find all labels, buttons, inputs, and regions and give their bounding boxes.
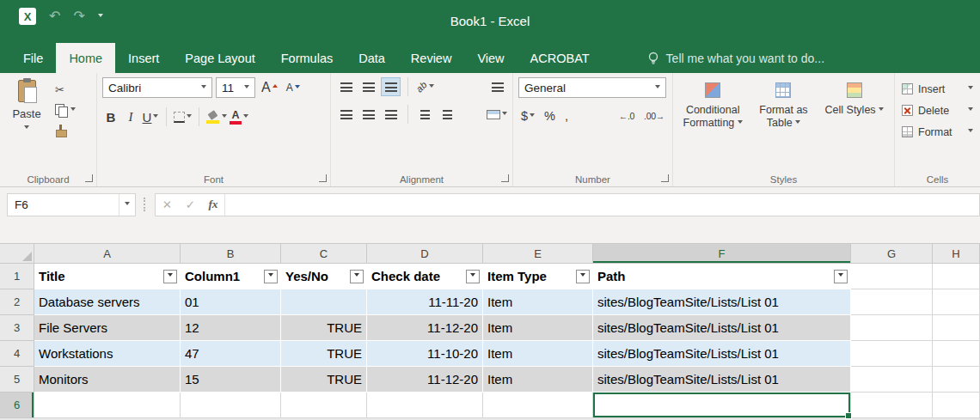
accounting-format-button[interactable]: $ [518,107,537,125]
cell-E5[interactable]: Item [483,367,593,393]
decrease-indent-button[interactable] [415,105,435,124]
column-header-C[interactable]: C [281,243,367,264]
cell-F1[interactable]: Path [593,264,851,289]
tab-home[interactable]: Home [56,43,115,73]
cell-A5[interactable]: Monitors [34,367,181,393]
row-header-6[interactable]: 6 [0,393,34,418]
cell-D1[interactable]: Check date [367,264,483,289]
tab-page-layout[interactable]: Page Layout [172,43,267,73]
borders-button[interactable] [174,107,192,127]
align-right-button[interactable] [381,105,401,124]
cell-C5[interactable]: TRUE [281,367,367,393]
tab-data[interactable]: Data [346,43,398,73]
cell-E3[interactable]: Item [483,315,593,341]
tab-formulas[interactable]: Formulas [268,43,346,73]
tab-insert[interactable]: Insert [115,43,172,73]
cell-H1[interactable] [933,264,980,289]
increase-decimal-button[interactable]: ←.0 [616,107,637,125]
cell-styles-button[interactable]: Cell Styles [820,82,889,130]
underline-button[interactable]: U [142,107,159,127]
cell-G5[interactable] [851,367,933,393]
row-header-2[interactable]: 2 [0,289,34,315]
cell-F5[interactable]: sites/BlogTeamSite/Lists/List 01 [593,367,851,393]
name-box[interactable]: F6 [7,193,136,216]
select-all-corner[interactable] [0,243,34,264]
cell-B3[interactable]: 12 [181,315,281,341]
comma-style-button[interactable]: , [562,107,571,125]
tell-me-box[interactable]: Tell me what you want to do... [639,43,833,73]
cell-H6[interactable] [933,393,980,418]
font-color-button[interactable]: A [230,107,248,127]
column-header-E[interactable]: E [483,243,593,264]
cell-H4[interactable] [933,341,980,367]
cell-C4[interactable]: TRUE [281,341,367,367]
align-top-button[interactable] [336,77,356,96]
format-as-table-button[interactable]: Format as Table [749,82,818,130]
row-header-5[interactable]: 5 [0,367,34,393]
cell-E1[interactable]: Item Type [483,264,593,289]
cell-D5[interactable]: 11-12-20 [367,367,483,393]
font-name-combo[interactable]: Calibri [102,77,212,98]
number-dialog-launcher[interactable] [661,174,669,182]
filter-button-check-date[interactable] [466,270,480,283]
align-middle-button[interactable] [358,77,378,96]
column-header-B[interactable]: B [181,243,281,264]
delete-cells-button[interactable]: Delete [900,102,975,119]
formula-input[interactable] [225,194,979,216]
cancel-button[interactable]: ✕ [156,194,179,216]
column-header-H[interactable]: H [933,243,980,264]
tab-acrobat[interactable]: ACROBAT [518,43,603,73]
column-header-D[interactable]: D [367,243,483,264]
cell-A1[interactable]: Title [34,264,181,289]
format-cells-button[interactable]: Format [900,124,975,140]
cell-C3[interactable]: TRUE [281,315,367,341]
filter-button-path[interactable] [834,270,848,283]
copy-button[interactable] [55,102,76,118]
cell-D3[interactable]: 11-12-20 [367,315,483,341]
cell-B1[interactable]: Column1 [181,264,281,289]
italic-button[interactable]: I [122,107,139,127]
cell-G6[interactable] [851,393,933,418]
paste-button[interactable]: Paste [5,77,48,138]
column-header-F[interactable]: F [593,243,851,264]
column-header-G[interactable]: G [851,243,933,264]
filter-button-yesno[interactable] [350,270,364,283]
cell-C6[interactable] [281,393,367,418]
row-header-4[interactable]: 4 [0,341,34,367]
conditional-formatting-button[interactable]: Conditional Formatting [678,82,747,130]
merge-center-button[interactable] [487,105,507,124]
cell-D2[interactable]: 11-11-20 [367,289,483,315]
font-dialog-launcher[interactable] [319,174,327,182]
align-center-button[interactable] [358,105,378,124]
tab-view[interactable]: View [464,43,517,73]
align-bottom-button[interactable] [381,77,401,96]
cell-B4[interactable]: 47 [181,341,281,367]
orientation-button[interactable]: ab [415,77,435,96]
percent-style-button[interactable]: % [542,107,558,125]
cell-D6[interactable] [367,393,483,418]
cell-G2[interactable] [851,289,933,315]
font-size-combo[interactable]: 11 [216,77,255,98]
name-box-dropdown[interactable] [119,194,135,216]
cut-button[interactable]: ✂ [55,82,76,97]
number-format-combo[interactable]: General [518,77,666,98]
wrap-text-button[interactable] [487,77,507,96]
align-left-button[interactable] [336,105,356,124]
cell-G1[interactable] [851,264,933,289]
cell-H5[interactable] [933,367,980,393]
filter-button-column1[interactable] [264,270,278,283]
cell-A3[interactable]: File Servers [34,315,181,341]
cell-F4[interactable]: sites/BlogTeamSite/Lists/List 01 [593,341,851,367]
cell-G3[interactable] [851,315,933,341]
insert-cells-button[interactable]: Insert [900,81,975,97]
cell-F3[interactable]: sites/BlogTeamSite/Lists/List 01 [593,315,851,341]
decrease-decimal-button[interactable]: .00→ [641,107,667,125]
cell-H2[interactable] [933,289,980,315]
shrink-font-button[interactable]: A [284,82,303,94]
cell-B6[interactable] [181,393,281,418]
cell-C1[interactable]: Yes/No [281,264,367,289]
row-header-3[interactable]: 3 [0,315,34,341]
clipboard-dialog-launcher[interactable] [85,174,93,182]
tab-review[interactable]: Review [398,43,465,73]
filter-button-title[interactable] [163,270,177,283]
